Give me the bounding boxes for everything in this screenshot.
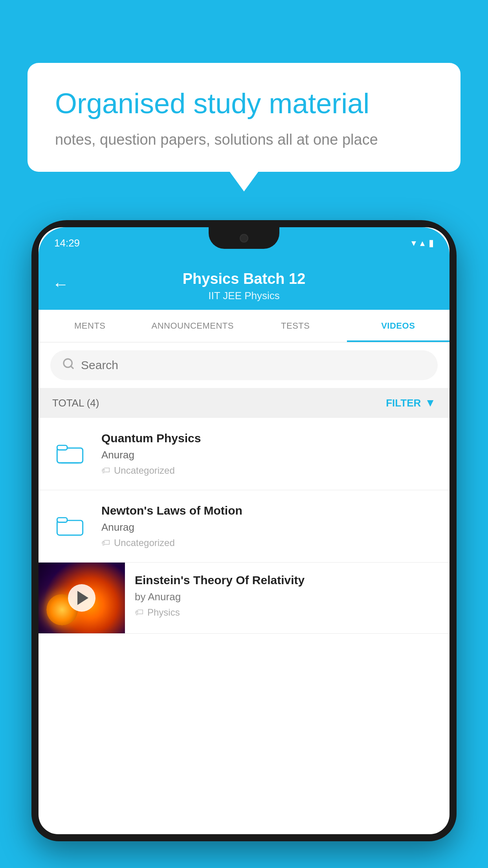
- wifi-icon: ▾: [411, 237, 416, 248]
- status-icons: ▾ ▴ ▮: [411, 237, 434, 248]
- app-header: ← Physics Batch 12 IIT JEE Physics: [39, 259, 449, 310]
- svg-rect-8: [57, 517, 67, 522]
- play-icon: [77, 591, 88, 605]
- bubble-title: Organised study material: [55, 86, 433, 120]
- phone-screen: 14:29 ▾ ▴ ▮ ← Physics Batch 12 IIT JEE P…: [39, 227, 449, 834]
- item-author: Anurag: [101, 449, 438, 461]
- filter-label: FILTER: [386, 397, 421, 409]
- speech-bubble-container: Organised study material notes, question…: [28, 63, 460, 172]
- search-input-wrap[interactable]: [50, 350, 438, 380]
- tag-icon: 🏷: [135, 607, 143, 618]
- item-icon: [50, 515, 90, 538]
- notch: [209, 227, 279, 249]
- search-container: [39, 342, 449, 388]
- tag-label: Physics: [147, 607, 180, 618]
- filter-button[interactable]: FILTER ▼: [386, 397, 436, 409]
- tab-announcements[interactable]: ANNOUNCEMENTS: [141, 310, 244, 342]
- svg-line-1: [71, 366, 73, 368]
- filter-icon: ▼: [425, 397, 436, 409]
- folder-icon: [56, 442, 84, 466]
- signal-icon: ▴: [420, 237, 425, 248]
- screen-inner: 14:29 ▾ ▴ ▮ ← Physics Batch 12 IIT JEE P…: [39, 227, 449, 834]
- phone-outer: 14:29 ▾ ▴ ▮ ← Physics Batch 12 IIT JEE P…: [31, 220, 457, 841]
- camera-dot: [240, 234, 248, 243]
- item-icon: [50, 442, 90, 466]
- item-info: Quantum Physics Anurag 🏷 Uncategorized: [101, 432, 438, 476]
- list-item-thumb[interactable]: Einstein's Theory Of Relativity by Anura…: [39, 563, 449, 634]
- item-title: Newton's Laws of Motion: [101, 504, 438, 517]
- phone-container: 14:29 ▾ ▴ ▮ ← Physics Batch 12 IIT JEE P…: [31, 220, 457, 868]
- tag-label: Uncategorized: [114, 537, 175, 548]
- item-author: by Anurag: [135, 591, 440, 603]
- status-time: 14:29: [54, 237, 80, 249]
- item-author: Anurag: [101, 521, 438, 533]
- tab-videos[interactable]: VIDEOS: [347, 310, 450, 342]
- back-button[interactable]: ←: [52, 275, 69, 294]
- bubble-subtitle: notes, question papers, solutions all at…: [55, 131, 433, 148]
- tab-tests[interactable]: TESTS: [244, 310, 347, 342]
- svg-rect-6: [57, 445, 67, 450]
- tab-ments[interactable]: MENTS: [39, 310, 141, 342]
- item-title: Quantum Physics: [101, 432, 438, 445]
- item-title: Einstein's Theory Of Relativity: [135, 574, 440, 587]
- tag-icon: 🏷: [101, 465, 110, 476]
- video-list: Quantum Physics Anurag 🏷 Uncategorized: [39, 418, 449, 634]
- tag-label: Uncategorized: [114, 465, 175, 476]
- folder-icon: [56, 515, 84, 538]
- status-bar: 14:29 ▾ ▴ ▮: [39, 227, 449, 259]
- filter-bar: TOTAL (4) FILTER ▼: [39, 388, 449, 418]
- search-icon: [62, 357, 75, 373]
- battery-icon: ▮: [429, 237, 434, 248]
- video-thumbnail: [39, 563, 125, 633]
- list-item[interactable]: Newton's Laws of Motion Anurag 🏷 Uncateg…: [39, 490, 449, 563]
- search-input[interactable]: [81, 359, 426, 372]
- item-info: Einstein's Theory Of Relativity by Anura…: [125, 563, 449, 629]
- list-item[interactable]: Quantum Physics Anurag 🏷 Uncategorized: [39, 418, 449, 490]
- play-button[interactable]: [68, 584, 95, 612]
- item-tag: 🏷 Physics: [135, 607, 440, 618]
- tabs-bar: MENTS ANNOUNCEMENTS TESTS VIDEOS: [39, 310, 449, 342]
- header-title: Physics Batch 12: [54, 270, 434, 287]
- total-count: TOTAL (4): [52, 397, 99, 409]
- item-info: Newton's Laws of Motion Anurag 🏷 Uncateg…: [101, 504, 438, 548]
- tag-icon: 🏷: [101, 538, 110, 548]
- speech-bubble: Organised study material notes, question…: [28, 63, 460, 172]
- item-tag: 🏷 Uncategorized: [101, 537, 438, 548]
- item-tag: 🏷 Uncategorized: [101, 465, 438, 476]
- header-subtitle: IIT JEE Physics: [54, 290, 434, 302]
